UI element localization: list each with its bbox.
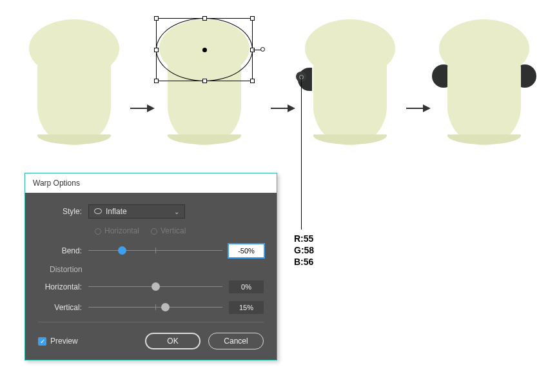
chevron-down-icon: ⌄ <box>174 208 179 215</box>
arrow-icon <box>129 102 155 115</box>
mushroom-shape-1 <box>26 13 122 142</box>
distortion-h-value[interactable]: 0% <box>229 280 264 293</box>
callout-line <box>301 77 302 230</box>
radio-icon <box>95 228 101 235</box>
handle-ml[interactable] <box>154 48 159 52</box>
bend-label: Bend: <box>38 246 88 255</box>
radio-vertical: Vertical <box>151 226 186 235</box>
preview-label: Preview <box>50 337 78 346</box>
canvas <box>13 13 535 161</box>
distortion-v-value[interactable]: 15% <box>229 301 264 314</box>
handle-tl[interactable] <box>154 16 159 21</box>
divider <box>38 322 264 322</box>
arrow-icon <box>405 102 431 115</box>
style-value: Inflate <box>106 207 127 216</box>
distortion-v-label: Vertical: <box>38 303 88 312</box>
warp-options-dialog[interactable]: Warp Options Style: Inflate ⌄ Horizontal… <box>24 173 277 360</box>
style-select[interactable]: Inflate ⌄ <box>88 204 185 219</box>
rgb-r-label: R:55 <box>294 233 313 244</box>
distortion-label: Distortion <box>50 265 264 274</box>
radio-icon <box>151 228 157 235</box>
cancel-button[interactable]: Cancel <box>208 333 264 349</box>
mushroom-body <box>447 48 521 145</box>
center-anchor[interactable] <box>202 48 207 52</box>
handle-tr[interactable] <box>250 16 255 21</box>
mushroom-shape-2[interactable] <box>156 13 253 142</box>
handle-bl[interactable] <box>154 79 159 83</box>
mushroom-body <box>313 48 387 145</box>
checkbox-checked-icon: ✓ <box>38 337 46 346</box>
bend-value-input[interactable]: -50% <box>229 244 264 257</box>
mushroom-body <box>37 48 111 145</box>
handle-tc[interactable] <box>202 16 207 21</box>
style-label: Style: <box>38 207 88 216</box>
distortion-v-slider[interactable] <box>88 303 222 312</box>
orientation-radios: Horizontal Vertical <box>95 226 264 235</box>
preview-checkbox[interactable]: ✓ Preview <box>38 337 78 346</box>
handle-bc[interactable] <box>202 79 207 83</box>
inflate-icon <box>94 208 102 214</box>
dialog-body: Style: Inflate ⌄ Horizontal Vertical Ben… <box>25 193 277 360</box>
rgb-b-label: B:56 <box>294 257 313 267</box>
rotation-handle[interactable] <box>260 47 265 52</box>
svg-marker-3 <box>288 104 295 112</box>
ok-button[interactable]: OK <box>145 333 201 349</box>
distortion-h-slider[interactable] <box>88 282 222 291</box>
rgb-g-label: G:58 <box>294 245 314 255</box>
svg-marker-5 <box>423 104 431 112</box>
svg-marker-1 <box>147 104 155 112</box>
radio-horizontal: Horizontal <box>95 226 139 235</box>
dialog-title: Warp Options <box>25 173 277 193</box>
distortion-h-label: Horizontal: <box>38 282 88 291</box>
distortion-v-thumb[interactable] <box>161 303 170 311</box>
bend-slider[interactable] <box>88 246 222 255</box>
handle-br[interactable] <box>250 79 255 83</box>
distortion-h-thumb[interactable] <box>152 282 160 291</box>
mushroom-shape-3 <box>302 13 398 142</box>
bend-thumb[interactable] <box>118 246 126 255</box>
arrow-icon <box>269 102 295 115</box>
mushroom-shape-4 <box>436 13 533 142</box>
